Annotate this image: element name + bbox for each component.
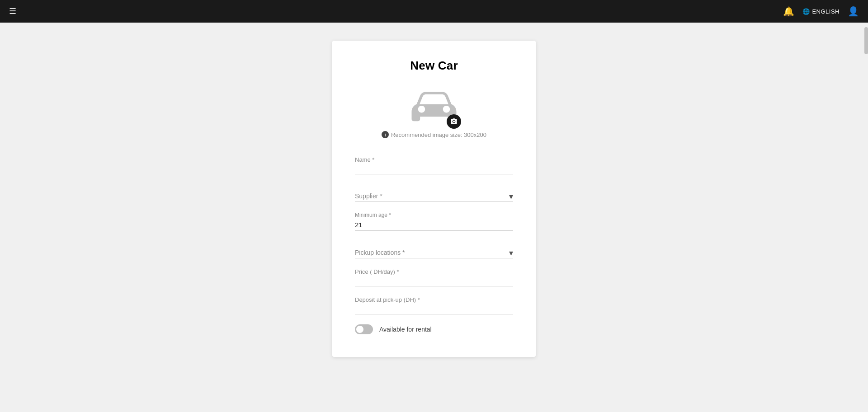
min-age-field-group: Minimum age * <box>355 212 513 231</box>
navbar: ☰ 🔔 🌐 ENGLISH 👤 <box>0 0 868 23</box>
page-content: New Car i Recommended image siz <box>0 23 868 412</box>
language-label: ENGLISH <box>812 8 840 15</box>
name-field-group: Name * <box>355 156 513 174</box>
supplier-select-wrapper: Supplier * ▾ <box>355 184 513 202</box>
image-hint-text: Recommended image size: 300x200 <box>391 131 486 138</box>
scrollbar-thumb[interactable] <box>864 27 868 54</box>
available-toggle-row: Available for rental <box>355 324 513 334</box>
image-hint: i Recommended image size: 300x200 <box>382 131 486 138</box>
car-icon-container <box>409 86 459 126</box>
min-age-input[interactable] <box>355 219 513 231</box>
supplier-field-group: Supplier * ▾ <box>355 184 513 202</box>
supplier-select[interactable]: Supplier * <box>355 184 513 202</box>
available-toggle[interactable] <box>355 324 373 334</box>
image-upload-area: i Recommended image size: 300x200 <box>355 86 513 147</box>
scrollbar-track <box>863 23 868 412</box>
price-field-group: Price ( DH/day) * <box>355 268 513 286</box>
camera-icon <box>450 118 458 125</box>
pickup-locations-select[interactable]: Pickup locations * <box>355 241 513 258</box>
user-icon[interactable]: 👤 <box>848 6 859 17</box>
navbar-right: 🔔 🌐 ENGLISH 👤 <box>783 6 859 17</box>
deposit-input[interactable] <box>355 296 513 314</box>
pickup-locations-select-wrapper: Pickup locations * ▾ <box>355 241 513 258</box>
deposit-field-group: Deposit at pick-up (DH) * <box>355 296 513 314</box>
hamburger-icon[interactable]: ☰ <box>9 6 16 16</box>
notification-icon[interactable]: 🔔 <box>783 6 794 17</box>
camera-button[interactable] <box>447 114 461 129</box>
navbar-left: ☰ <box>9 6 16 16</box>
available-label: Available for rental <box>379 326 432 333</box>
globe-icon: 🌐 <box>802 8 810 15</box>
price-input[interactable] <box>355 268 513 286</box>
form-card: New Car i Recommended image siz <box>332 41 536 357</box>
toggle-slider <box>355 324 373 334</box>
name-input[interactable] <box>355 156 513 174</box>
page-title: New Car <box>355 59 513 73</box>
min-age-label: Minimum age * <box>355 212 513 218</box>
info-icon: i <box>382 131 389 138</box>
pickup-locations-field-group: Pickup locations * ▾ <box>355 241 513 258</box>
language-selector[interactable]: 🌐 ENGLISH <box>802 8 840 15</box>
